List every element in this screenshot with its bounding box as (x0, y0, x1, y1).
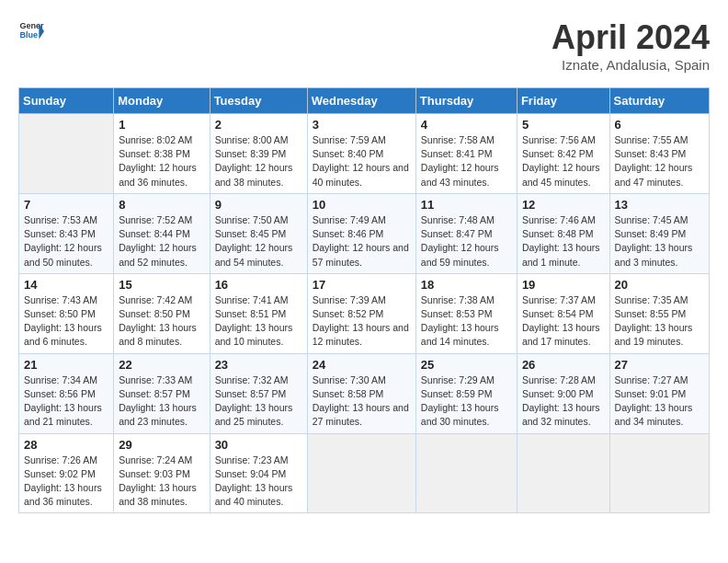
calendar-cell: 5 Sunrise: 7:56 AM Sunset: 8:42 PM Dayli… (517, 114, 609, 194)
daylight-text: Daylight: 13 hours and 10 minutes. (215, 322, 293, 347)
day-info: Sunrise: 7:42 AM Sunset: 8:50 PM Dayligh… (119, 293, 204, 350)
sunrise-text: Sunrise: 7:37 AM (522, 294, 596, 305)
day-info: Sunrise: 7:37 AM Sunset: 8:54 PM Dayligh… (522, 293, 605, 350)
daylight-text: Daylight: 13 hours and 1 minute. (522, 242, 600, 267)
daylight-text: Daylight: 13 hours and 17 minutes. (522, 322, 600, 347)
day-number: 10 (313, 198, 411, 212)
calendar-cell: 29 Sunrise: 7:24 AM Sunset: 9:03 PM Dayl… (114, 433, 210, 513)
day-number: 7 (24, 198, 108, 212)
calendar-cell: 8 Sunrise: 7:52 AM Sunset: 8:44 PM Dayli… (114, 193, 210, 273)
col-friday: Friday (517, 88, 609, 114)
calendar-cell: 20 Sunrise: 7:35 AM Sunset: 8:55 PM Dayl… (609, 273, 709, 353)
daylight-text: Daylight: 13 hours and 32 minutes. (522, 402, 600, 427)
day-info: Sunrise: 7:58 AM Sunset: 8:41 PM Dayligh… (421, 133, 512, 190)
calendar-cell (415, 433, 517, 513)
sunrise-text: Sunrise: 7:48 AM (421, 214, 495, 225)
day-info: Sunrise: 7:46 AM Sunset: 8:48 PM Dayligh… (522, 213, 605, 270)
sunset-text: Sunset: 9:02 PM (24, 468, 96, 479)
week-row-4: 21 Sunrise: 7:34 AM Sunset: 8:56 PM Dayl… (19, 353, 710, 433)
day-info: Sunrise: 8:00 AM Sunset: 8:39 PM Dayligh… (215, 133, 302, 190)
calendar-header-row: Sunday Monday Tuesday Wednesday Thursday… (19, 88, 710, 114)
daylight-text: Daylight: 13 hours and 27 minutes. (313, 402, 409, 427)
sunset-text: Sunset: 8:45 PM (215, 228, 287, 239)
day-number: 11 (421, 198, 512, 212)
daylight-text: Daylight: 12 hours and 40 minutes. (313, 162, 409, 187)
logo-icon: General Blue (18, 18, 44, 44)
day-info: Sunrise: 7:49 AM Sunset: 8:46 PM Dayligh… (313, 213, 411, 270)
sunrise-text: Sunrise: 7:35 AM (615, 294, 688, 305)
calendar-cell: 11 Sunrise: 7:48 AM Sunset: 8:47 PM Dayl… (415, 193, 517, 273)
sunrise-text: Sunrise: 7:52 AM (119, 214, 192, 225)
daylight-text: Daylight: 13 hours and 30 minutes. (421, 402, 499, 427)
sunrise-text: Sunrise: 7:32 AM (215, 374, 289, 385)
week-row-1: 1 Sunrise: 8:02 AM Sunset: 8:38 PM Dayli… (19, 114, 710, 194)
calendar-cell: 15 Sunrise: 7:42 AM Sunset: 8:50 PM Dayl… (114, 273, 210, 353)
day-info: Sunrise: 7:28 AM Sunset: 9:00 PM Dayligh… (522, 373, 605, 430)
sunrise-text: Sunrise: 7:26 AM (24, 454, 97, 465)
calendar-cell: 25 Sunrise: 7:29 AM Sunset: 8:59 PM Dayl… (415, 353, 517, 433)
day-info: Sunrise: 7:32 AM Sunset: 8:57 PM Dayligh… (215, 373, 302, 430)
sunset-text: Sunset: 8:43 PM (615, 148, 687, 159)
sunset-text: Sunset: 8:40 PM (313, 148, 384, 159)
day-info: Sunrise: 7:27 AM Sunset: 9:01 PM Dayligh… (615, 373, 704, 430)
sunset-text: Sunset: 8:50 PM (24, 308, 96, 319)
day-number: 25 (421, 358, 512, 372)
col-tuesday: Tuesday (210, 88, 307, 114)
sunset-text: Sunset: 8:58 PM (313, 388, 384, 399)
calendar-cell: 22 Sunrise: 7:33 AM Sunset: 8:57 PM Dayl… (114, 353, 210, 433)
calendar-cell: 21 Sunrise: 7:34 AM Sunset: 8:56 PM Dayl… (19, 353, 114, 433)
sunset-text: Sunset: 8:54 PM (522, 308, 594, 319)
daylight-text: Daylight: 13 hours and 34 minutes. (615, 402, 693, 427)
sunset-text: Sunset: 8:50 PM (119, 308, 190, 319)
daylight-text: Daylight: 13 hours and 6 minutes. (24, 322, 102, 347)
daylight-text: Daylight: 12 hours and 54 minutes. (215, 242, 293, 267)
sunset-text: Sunset: 8:59 PM (421, 388, 493, 399)
daylight-text: Daylight: 12 hours and 59 minutes. (421, 242, 499, 267)
daylight-text: Daylight: 13 hours and 12 minutes. (313, 322, 409, 347)
daylight-text: Daylight: 13 hours and 36 minutes. (24, 482, 102, 507)
daylight-text: Daylight: 12 hours and 50 minutes. (24, 242, 102, 267)
calendar-cell: 30 Sunrise: 7:23 AM Sunset: 9:04 PM Dayl… (210, 433, 307, 513)
sunrise-text: Sunrise: 7:24 AM (119, 454, 192, 465)
day-number: 9 (215, 198, 302, 212)
sunset-text: Sunset: 8:52 PM (313, 308, 384, 319)
calendar-cell: 16 Sunrise: 7:41 AM Sunset: 8:51 PM Dayl… (210, 273, 307, 353)
sunset-text: Sunset: 8:39 PM (215, 148, 287, 159)
sunrise-text: Sunrise: 7:53 AM (24, 214, 97, 225)
sunrise-text: Sunrise: 7:28 AM (522, 374, 596, 385)
daylight-text: Daylight: 12 hours and 43 minutes. (421, 162, 499, 187)
sunrise-text: Sunrise: 7:56 AM (522, 134, 596, 145)
week-row-5: 28 Sunrise: 7:26 AM Sunset: 9:02 PM Dayl… (19, 433, 710, 513)
day-number: 23 (215, 358, 302, 372)
calendar-cell: 17 Sunrise: 7:39 AM Sunset: 8:52 PM Dayl… (307, 273, 415, 353)
sunrise-text: Sunrise: 7:29 AM (421, 374, 495, 385)
sunrise-text: Sunrise: 7:50 AM (215, 214, 289, 225)
calendar-cell: 13 Sunrise: 7:45 AM Sunset: 8:49 PM Dayl… (609, 193, 709, 273)
day-info: Sunrise: 7:52 AM Sunset: 8:44 PM Dayligh… (119, 213, 204, 270)
sunset-text: Sunset: 8:41 PM (421, 148, 493, 159)
sunset-text: Sunset: 8:38 PM (119, 148, 190, 159)
sunrise-text: Sunrise: 8:02 AM (119, 134, 192, 145)
sunrise-text: Sunrise: 7:49 AM (313, 214, 386, 225)
sunrise-text: Sunrise: 7:42 AM (119, 294, 192, 305)
day-number: 19 (522, 278, 605, 292)
day-number: 30 (215, 438, 302, 452)
day-info: Sunrise: 7:41 AM Sunset: 8:51 PM Dayligh… (215, 293, 302, 350)
day-number: 1 (119, 118, 204, 132)
day-info: Sunrise: 7:50 AM Sunset: 8:45 PM Dayligh… (215, 213, 302, 270)
sunrise-text: Sunrise: 8:00 AM (215, 134, 289, 145)
sunrise-text: Sunrise: 7:58 AM (421, 134, 495, 145)
calendar-cell: 24 Sunrise: 7:30 AM Sunset: 8:58 PM Dayl… (307, 353, 415, 433)
calendar-cell: 6 Sunrise: 7:55 AM Sunset: 8:43 PM Dayli… (609, 114, 709, 194)
day-info: Sunrise: 7:33 AM Sunset: 8:57 PM Dayligh… (119, 373, 204, 430)
calendar-cell: 14 Sunrise: 7:43 AM Sunset: 8:50 PM Dayl… (19, 273, 114, 353)
calendar-table: Sunday Monday Tuesday Wednesday Thursday… (18, 87, 710, 513)
daylight-text: Daylight: 12 hours and 57 minutes. (313, 242, 409, 267)
sunset-text: Sunset: 8:47 PM (421, 228, 493, 239)
page-header: General Blue April 2024 Iznate, Andalusi… (18, 18, 710, 73)
svg-text:Blue: Blue (19, 30, 38, 40)
calendar-title: April 2024 (552, 18, 710, 57)
col-monday: Monday (114, 88, 210, 114)
daylight-text: Daylight: 13 hours and 8 minutes. (119, 322, 197, 347)
day-info: Sunrise: 7:29 AM Sunset: 8:59 PM Dayligh… (421, 373, 512, 430)
